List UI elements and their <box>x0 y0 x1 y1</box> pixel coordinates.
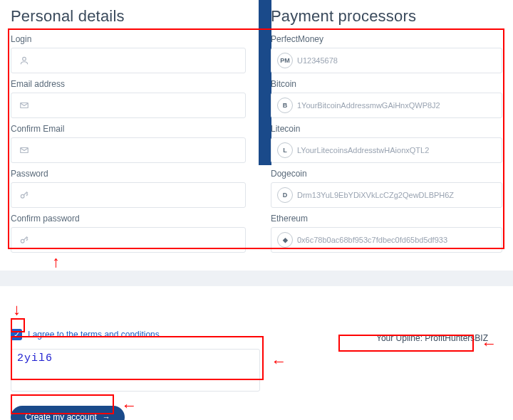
center-divider <box>259 0 271 165</box>
create-button-label: Create my account <box>25 412 97 420</box>
bitcoin-input-wrap[interactable]: B <box>271 93 502 118</box>
envelope-icon <box>17 100 31 110</box>
perfectmoney-input[interactable] <box>293 56 496 65</box>
confirm-email-label: Confirm Email <box>11 124 246 134</box>
proc-label: Bitcoin <box>271 79 502 89</box>
confirm-email-input-wrap[interactable] <box>11 137 246 163</box>
confirm-password-label: Confirm password <box>11 214 246 224</box>
captcha-text: 2yil6 <box>17 352 254 364</box>
arrow-right-icon: → <box>103 413 110 420</box>
bitcoin-input[interactable] <box>293 100 496 110</box>
email-input[interactable] <box>31 100 239 110</box>
litecoin-input-wrap[interactable]: L <box>271 137 502 163</box>
confirm-password-input-wrap[interactable] <box>11 227 246 253</box>
personal-heading: Personal details <box>11 7 246 26</box>
user-icon <box>17 56 31 65</box>
email-input-wrap[interactable] <box>11 93 246 118</box>
separator-bar <box>0 271 513 286</box>
upline-text: Your Upline: ProfitHuntersBIZ <box>369 330 495 346</box>
bitcoin-icon: B <box>277 98 293 113</box>
envelope-icon <box>17 145 31 155</box>
confirm-email-input[interactable] <box>31 145 239 155</box>
key-icon <box>17 235 31 245</box>
terms-checkbox[interactable]: ✓ <box>11 329 22 340</box>
dogecoin-input[interactable] <box>293 190 496 200</box>
ethereum-input[interactable] <box>293 235 496 245</box>
key-icon <box>17 190 31 200</box>
dogecoin-input-wrap[interactable]: D <box>271 182 502 208</box>
bottom-section: ✓ I agree to the terms and conditions 2y… <box>0 286 513 420</box>
create-account-button[interactable]: Create my account → <box>11 406 125 420</box>
terms-label[interactable]: I agree to the terms and conditions <box>28 330 160 340</box>
proc-label: Dogecoin <box>271 169 502 179</box>
proc-label: PerfectMoney <box>271 34 502 44</box>
password-input-wrap[interactable] <box>11 182 246 208</box>
litecoin-icon: L <box>277 142 293 158</box>
dogecoin-icon: D <box>277 187 293 203</box>
svg-point-3 <box>21 194 24 198</box>
perfectmoney-input-wrap[interactable]: PM <box>271 48 502 73</box>
confirm-password-input[interactable] <box>31 235 239 245</box>
svg-point-0 <box>23 57 26 61</box>
personal-details-section: Personal details Login Email address Con… <box>0 0 256 260</box>
payment-processors-section: Payment processors PerfectMoney PM Bitco… <box>260 0 513 260</box>
login-input[interactable] <box>31 56 239 65</box>
proc-label: Ethereum <box>271 214 502 224</box>
proc-label: Litecoin <box>271 124 502 134</box>
email-label: Email address <box>11 79 246 89</box>
captcha-box[interactable]: 2yil6 <box>11 349 260 392</box>
ethereum-input-wrap[interactable]: ◆ <box>271 227 502 253</box>
litecoin-input[interactable] <box>293 145 496 155</box>
perfectmoney-icon: PM <box>277 53 293 68</box>
login-label: Login <box>11 34 246 44</box>
password-input[interactable] <box>31 190 239 200</box>
ethereum-icon: ◆ <box>277 232 293 248</box>
payment-heading: Payment processors <box>271 7 502 26</box>
svg-point-4 <box>21 239 24 243</box>
login-input-wrap[interactable] <box>11 48 246 73</box>
password-label: Password <box>11 169 246 179</box>
